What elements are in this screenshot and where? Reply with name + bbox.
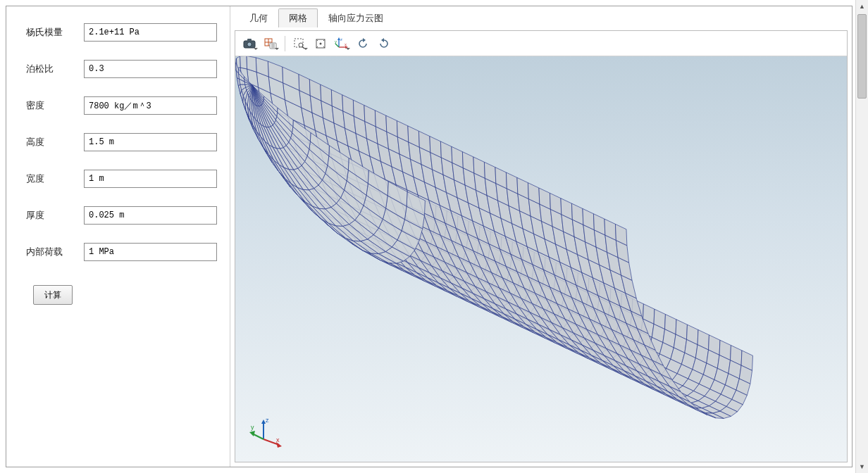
main-area: 几何 网格 轴向应力云图 zxy [230, 6, 852, 467]
camera-icon[interactable] [240, 34, 259, 53]
scroll-track[interactable] [856, 13, 868, 460]
axis-triad-icon: z x y [249, 414, 285, 449]
row-poisson: 泊松比 [26, 60, 217, 78]
svg-marker-23 [363, 38, 366, 42]
rotate-ccw-icon[interactable] [353, 34, 373, 53]
label-height: 高度 [26, 136, 78, 149]
scroll-thumb[interactable] [857, 14, 867, 99]
input-height[interactable] [84, 133, 217, 151]
svg-marker-24 [381, 38, 384, 42]
triad-z-label: z [266, 417, 269, 424]
label-density: 密度 [26, 99, 78, 112]
viewport-frame: zxy z x [235, 30, 848, 462]
svg-marker-794 [240, 56, 247, 69]
label-thickness: 厚度 [26, 209, 78, 222]
zoom-extents-icon[interactable] [311, 34, 330, 53]
scroll-down-arrow[interactable]: ▼ [856, 460, 868, 473]
row-density: 密度 [26, 96, 217, 115]
scroll-up-arrow[interactable]: ▲ [856, 0, 868, 13]
input-youngs-modulus[interactable] [84, 23, 217, 42]
viewport-toolbar: zxy [235, 31, 847, 56]
svg-text:x: x [345, 42, 347, 46]
svg-line-19 [335, 44, 339, 47]
svg-text:y: y [335, 39, 337, 44]
svg-marker-910 [249, 431, 255, 436]
svg-point-2 [247, 42, 252, 46]
label-poisson: 泊松比 [26, 63, 78, 75]
input-density[interactable] [84, 96, 217, 115]
tab-stress-contour[interactable]: 轴向应力云图 [318, 8, 394, 27]
row-thickness: 厚度 [26, 206, 217, 225]
tab-mesh[interactable]: 网格 [278, 8, 318, 27]
row-load: 内部荷载 [26, 243, 217, 261]
svg-text:z: z [340, 37, 342, 42]
toolbar-separator [285, 36, 285, 51]
input-load[interactable] [84, 243, 217, 261]
compute-button[interactable]: 计算 [33, 285, 73, 305]
label-youngs-modulus: 杨氏模量 [26, 26, 78, 39]
window-vertical-scrollbar[interactable]: ▲ ▼ [855, 0, 868, 473]
rotate-cw-icon[interactable] [374, 34, 394, 53]
tab-geometry[interactable]: 几何 [239, 8, 278, 27]
input-thickness[interactable] [84, 206, 217, 225]
tabs: 几何 网格 轴向应力云图 [235, 9, 848, 27]
input-poisson[interactable] [84, 60, 217, 78]
zoom-box-icon[interactable] [290, 34, 309, 53]
row-height: 高度 [26, 133, 217, 151]
parameters-panel: 杨氏模量 泊松比 密度 高度 宽度 厚度 内部荷载 计算 [6, 6, 230, 467]
triad-y-label: y [251, 424, 254, 431]
mesh-rendering [235, 56, 847, 462]
grid-settings-icon[interactable] [261, 34, 280, 53]
svg-rect-1 [247, 39, 252, 42]
app-frame: 杨氏模量 泊松比 密度 高度 宽度 厚度 内部荷载 计算 [6, 6, 852, 467]
row-youngs-modulus: 杨氏模量 [26, 23, 217, 42]
label-load: 内部荷载 [26, 246, 78, 258]
svg-line-12 [302, 46, 304, 49]
triad-x-label: x [276, 436, 280, 443]
row-width: 宽度 [26, 170, 217, 188]
viewport-3d[interactable]: z x y [235, 56, 847, 462]
axes-icon[interactable]: zxy [332, 34, 352, 53]
input-width[interactable] [84, 170, 217, 188]
label-width: 宽度 [26, 172, 78, 185]
svg-point-14 [320, 42, 322, 44]
